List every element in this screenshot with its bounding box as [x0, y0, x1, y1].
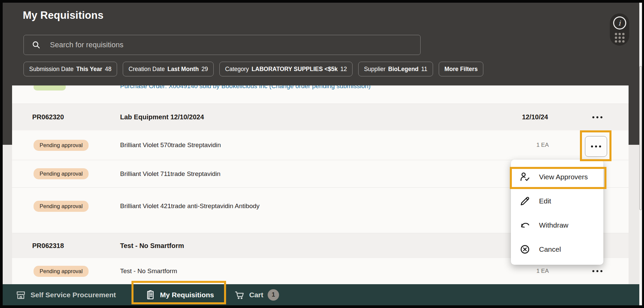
menu-item-cancel[interactable]: Cancel: [511, 237, 603, 261]
menu-item-label: Edit: [539, 197, 551, 205]
line-item-quantity: 1 EA: [536, 268, 549, 274]
tab-my-requisitions[interactable]: My Requisitions: [145, 284, 214, 305]
menu-item-edit[interactable]: Edit: [511, 189, 603, 213]
filter-chip-category[interactable]: Category LABORATORY SUPPLIES <$5k 12: [219, 62, 353, 76]
status-badge: Pending approval: [34, 168, 89, 179]
filter-label: More Filters: [444, 66, 478, 73]
requisition-date: 12/10/24: [522, 113, 548, 121]
filter-value: LABORATORY SUPPLIES <$5k: [252, 66, 338, 73]
info-icon[interactable]: i: [613, 16, 626, 29]
filter-label: Supplier: [364, 66, 385, 73]
line-item-name: Brilliant Violet 570trade Streptavidin: [120, 141, 221, 149]
apps-grid-icon[interactable]: [615, 33, 625, 43]
floating-toolbar: i: [610, 13, 629, 46]
menu-item-withdraw[interactable]: Withdraw: [511, 213, 603, 237]
storefront-icon: [15, 290, 26, 300]
ellipsis-icon: [591, 145, 601, 147]
search-icon: [32, 41, 41, 49]
filter-count: 11: [421, 66, 427, 73]
filter-count: 29: [202, 66, 208, 73]
search-box[interactable]: [23, 35, 421, 55]
requisition-id: PR062318: [32, 242, 64, 250]
menu-item-view-approvers[interactable]: View Approvers: [511, 165, 603, 189]
scrollbar-track[interactable]: [639, 3, 642, 305]
tab-self-service-procurement[interactable]: Self Service Procurement: [15, 284, 116, 305]
filter-label: Creation Date: [128, 66, 165, 73]
search-input[interactable]: [49, 40, 420, 50]
purchase-order-link[interactable]: Purchase Order: X0049140 sold by Bookeli…: [120, 85, 371, 90]
line-item-name: Brilliant Violet 421trade anti-Streptavi…: [120, 202, 260, 210]
status-badge: Pending approval: [34, 140, 89, 151]
filter-label: Category: [225, 66, 249, 73]
shopping-cart-icon: [234, 290, 245, 300]
requisition-line-row: Pending approval Brilliant Violet 570tra…: [12, 130, 629, 160]
status-badge: Pending approval: [34, 201, 89, 212]
requisition-title: Lab Equipment 12/10/2024: [120, 113, 204, 121]
approved-status-badge-partial: [34, 85, 66, 90]
scrollbar-thumb[interactable]: [639, 66, 642, 210]
pencil-icon: [520, 196, 530, 206]
filter-value: Last Month: [167, 66, 199, 73]
tab-label: Cart: [249, 291, 263, 299]
tab-label: My Requisitions: [160, 291, 214, 299]
circle-x-icon: [520, 244, 530, 255]
undo-arrow-icon: [520, 220, 530, 231]
page-title: My Requisitions: [23, 9, 104, 21]
filter-count: 12: [340, 66, 347, 73]
requisition-id: PR062320: [32, 113, 64, 121]
requisition-row-partial: Purchase Order: X0049140 sold by Bookeli…: [12, 85, 629, 104]
more-filters-chip[interactable]: More Filters: [439, 62, 483, 76]
bottom-nav: Self Service Procurement My Requisitions…: [3, 284, 639, 305]
cart-count-badge: 1: [268, 289, 279, 301]
tab-label: Self Service Procurement: [31, 291, 116, 299]
filter-value: BioLegend: [388, 66, 418, 73]
filter-chip-submission-date[interactable]: Submission Date This Year 48: [23, 62, 117, 76]
line-actions-ellipsis-icon[interactable]: [592, 270, 602, 272]
row-actions-menu: View Approvers Edit Withdraw Cancel: [511, 160, 603, 265]
line-actions-menu-button[interactable]: [585, 136, 607, 157]
filter-chip-supplier[interactable]: Supplier BioLegend 11: [358, 62, 433, 76]
line-item-name: Brilliant Violet 711trade Streptavidin: [120, 170, 220, 178]
filter-label: Submission Date: [29, 66, 73, 73]
status-badge: Pending approval: [34, 266, 89, 277]
filter-chip-creation-date[interactable]: Creation Date Last Month 29: [123, 62, 214, 76]
requisition-group-header: PR062320 Lab Equipment 12/10/2024 12/10/…: [12, 104, 629, 130]
filter-chip-bar: Submission Date This Year 48 Creation Da…: [23, 62, 483, 76]
clipboard-list-icon: [145, 290, 156, 300]
tab-cart[interactable]: Cart 1: [234, 284, 279, 305]
menu-item-label: View Approvers: [539, 173, 588, 181]
line-item-name: Test - No Smartform: [120, 267, 177, 275]
filter-count: 48: [105, 66, 111, 73]
filter-value: This Year: [76, 66, 102, 73]
requisition-title: Test - No Smartform: [120, 242, 184, 250]
menu-item-label: Withdraw: [539, 221, 569, 229]
person-check-icon: [520, 172, 530, 182]
group-actions-ellipsis-icon[interactable]: [592, 116, 602, 118]
line-item-quantity: 1 EA: [536, 142, 549, 148]
menu-item-label: Cancel: [539, 245, 561, 253]
